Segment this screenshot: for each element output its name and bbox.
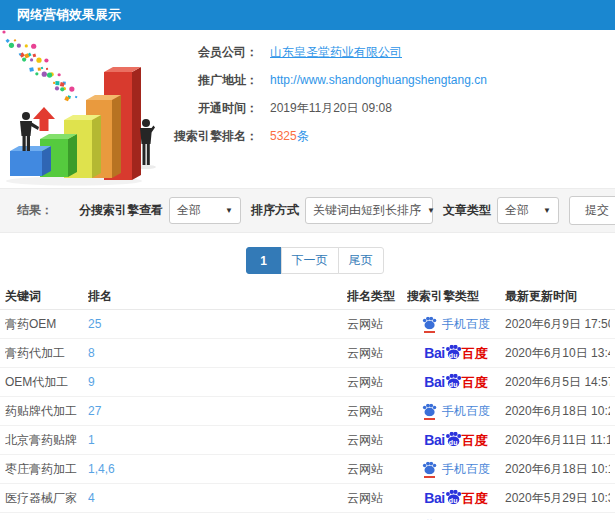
- filter-label: 排序方式: [251, 202, 299, 219]
- mobile-baidu-label: 手机百度: [442, 318, 490, 330]
- rank-type-cell: 云网站: [347, 461, 407, 478]
- engine-cell: 手机百度: [407, 403, 505, 420]
- mobile-baidu-badge: 手机百度: [422, 461, 490, 478]
- keyword-cell: 医疗器械厂家: [5, 490, 88, 507]
- keyword-cell: 膏药OEM: [5, 316, 88, 333]
- mobile-baidu-paw-icon: [422, 461, 437, 478]
- updated-cell: 2020年6月5日 14:57: [505, 374, 610, 391]
- chevron-down-icon: ▼: [543, 206, 551, 215]
- rank-type-cell: 云网站: [347, 345, 407, 362]
- mobile-baidu-badge: 手机百度: [422, 316, 490, 333]
- info-value: 2019年11月20日 09:08: [270, 100, 392, 117]
- filter-label: 文章类型: [443, 202, 491, 219]
- page-title: 网络营销效果展示: [17, 6, 121, 24]
- keyword-cell: 药贴牌代加工: [5, 403, 88, 420]
- keyword-cell: OEM代加工: [5, 374, 88, 391]
- chevron-down-icon: ▼: [225, 206, 233, 215]
- rank-type-cell: 云网站: [347, 490, 407, 507]
- info-label: 推广地址：: [162, 72, 258, 89]
- info-label: 搜索引擎排名：: [162, 128, 258, 145]
- marketing-report-page: 网络营销效果展示: [0, 0, 615, 520]
- engine-cell: 手机百度: [407, 461, 505, 478]
- filter-controls: 分搜索引擎查看 全部 ▼ 排序方式 关键词由短到长排序 ▼ 文章类型 全部 ▼: [69, 197, 559, 224]
- baidu-paw-icon: du: [445, 431, 462, 447]
- baidu-paw-icon: du: [445, 344, 462, 360]
- table-row: 菏泽膏药厂家 17 云网站 手机百度 2020年6月11日 11:40: [0, 513, 615, 520]
- table-row: 药贴牌代加工 27 云网站 手机百度 2020年6月18日 10:25: [0, 397, 615, 426]
- filter-select[interactable]: 全部 ▼: [497, 197, 559, 224]
- filter-selected-value: 全部: [505, 202, 529, 219]
- engine-cell: Bai du 百度: [407, 489, 505, 507]
- updated-cell: 2020年6月11日 11:18: [505, 432, 610, 449]
- engine-cell: Bai du 百度: [407, 431, 505, 449]
- filter-select[interactable]: 全部 ▼: [169, 197, 241, 224]
- pagination-item[interactable]: 下一页: [281, 247, 339, 274]
- page-header: 网络营销效果展示: [0, 0, 615, 30]
- header-keyword: 关键词: [5, 288, 88, 305]
- pagination: 1下一页尾页: [14, 247, 615, 274]
- info-value[interactable]: http://www.shandonghuangshengtang.cn: [270, 73, 487, 87]
- rank-type-cell: 云网站: [347, 374, 407, 391]
- filter-selected-value: 全部: [177, 202, 201, 219]
- updated-cell: 2020年6月18日 10:25: [505, 403, 610, 420]
- info-label: 会员公司：: [162, 44, 258, 61]
- header-engine-type: 搜索引擎类型: [407, 288, 505, 305]
- submit-button[interactable]: 提交: [569, 196, 615, 225]
- businessman-right: [140, 119, 155, 165]
- pagination-current-page[interactable]: 1: [246, 247, 282, 274]
- table-row: 膏药代加工 8 云网站 Bai du 百度 2020年6月10日 13:40: [0, 339, 615, 368]
- updated-cell: 2020年6月10日 13:40: [505, 345, 610, 362]
- mobile-baidu-badge: 手机百度: [422, 403, 490, 420]
- bar-chart-illustration: [0, 30, 162, 188]
- rank-link[interactable]: 1,4,6: [88, 462, 115, 476]
- filter-select[interactable]: 关键词由短到长排序 ▼: [305, 197, 433, 224]
- info-row: 搜索引擎排名： 5325条: [162, 122, 615, 150]
- keyword-cell: 膏药代加工: [5, 345, 88, 362]
- table-row: OEM代加工 9 云网站 Bai du 百度 2020年6月5日 14:57: [0, 368, 615, 397]
- rank-link[interactable]: 25: [88, 317, 101, 331]
- keyword-cell: 北京膏药贴牌: [5, 432, 88, 449]
- baidu-logo: Bai du 百度: [424, 373, 487, 391]
- confetti-decoration: [2, 30, 77, 101]
- baidu-logo: Bai du 百度: [424, 344, 487, 362]
- rank-type-cell: 云网站: [347, 432, 407, 449]
- rank-type-cell: 云网站: [347, 403, 407, 420]
- rank-link[interactable]: 4: [88, 491, 95, 505]
- info-label: 开通时间：: [162, 100, 258, 117]
- header-rank-type: 排名类型: [347, 288, 407, 305]
- info-value[interactable]: 山东皇圣堂药业有限公司: [270, 44, 402, 61]
- updated-cell: 2020年6月18日 10:19: [505, 461, 610, 478]
- rank-link[interactable]: 27: [88, 404, 101, 418]
- table-header-row: 关键词 排名 排名类型 搜索引擎类型 最新更新时间: [0, 284, 615, 310]
- result-label: 结果：: [17, 202, 53, 219]
- table-row: 枣庄膏药加工 1,4,6 云网站 手机百度 2020年6月18日 10:19: [0, 455, 615, 484]
- updated-cell: 2020年5月29日 10:32: [505, 490, 610, 507]
- header-rank: 排名: [88, 288, 347, 305]
- rank-link[interactable]: 1: [88, 433, 95, 447]
- mobile-baidu-paw-icon: [422, 316, 437, 333]
- engine-cell: 手机百度: [407, 316, 505, 333]
- updated-cell: 2020年6月9日 17:50: [505, 316, 610, 333]
- filter-bar: 结果： 分搜索引擎查看 全部 ▼ 排序方式 关键词由短到长排序 ▼ 文章类型 全…: [0, 188, 615, 233]
- mobile-baidu-paw-icon: [422, 403, 437, 420]
- baidu-paw-icon: du: [445, 373, 462, 389]
- rank-link[interactable]: 8: [88, 346, 95, 360]
- mobile-baidu-label: 手机百度: [442, 463, 490, 475]
- keyword-cell: 枣庄膏药加工: [5, 461, 88, 478]
- info-row: 开通时间： 2019年11月20日 09:08: [162, 94, 615, 122]
- company-info: 会员公司： 山东皇圣堂药业有限公司 推广地址： http://www.shand…: [162, 30, 615, 188]
- pagination-item[interactable]: 尾页: [338, 247, 384, 274]
- results-table: 关键词 排名 排名类型 搜索引擎类型 最新更新时间 膏药OEM 25 云网站 手…: [0, 284, 615, 520]
- rank-link[interactable]: 9: [88, 375, 95, 389]
- filter-label: 分搜索引擎查看: [79, 202, 163, 219]
- baidu-logo: Bai du 百度: [424, 431, 487, 449]
- baidu-paw-icon: du: [445, 489, 462, 505]
- header-updated: 最新更新时间: [505, 288, 610, 305]
- baidu-logo: Bai du 百度: [424, 489, 487, 507]
- filter-group: 排序方式 关键词由短到长排序 ▼: [241, 197, 433, 224]
- bar-blue: [10, 146, 51, 176]
- engine-cell: Bai du 百度: [407, 373, 505, 391]
- mobile-baidu-label: 手机百度: [442, 405, 490, 417]
- rank-type-cell: 云网站: [347, 316, 407, 333]
- table-row: 北京膏药贴牌 1 云网站 Bai du 百度 2020年6月11日 11:18: [0, 426, 615, 455]
